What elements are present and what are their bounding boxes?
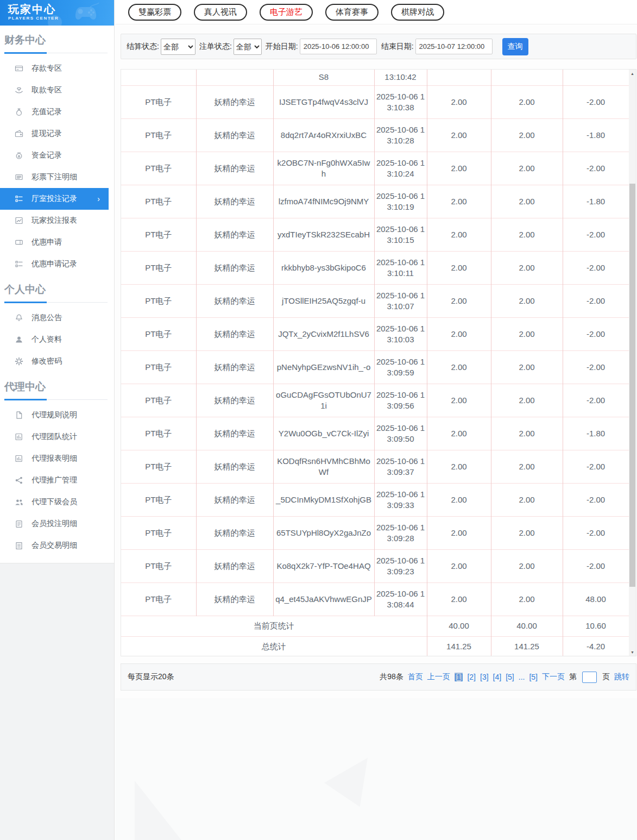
- order-status-select[interactable]: 全部: [234, 39, 262, 55]
- page-link-[5][interactable]: [5]: [529, 673, 538, 681]
- order-id-cell: pNeNyhpGEzwsNV1ih_-o: [273, 350, 374, 384]
- time-cell: 2025-10-06 13:10:15: [374, 218, 427, 251]
- winloss-cell: -2.00: [563, 483, 629, 516]
- sidebar-item-玩家投注报表[interactable]: 玩家投注报表: [0, 210, 114, 231]
- scroll-up-icon[interactable]: ▲: [629, 70, 636, 77]
- summary-bet-cell: 141.25: [427, 636, 491, 656]
- sidebar-item-充值记录[interactable]: 充值记录: [0, 101, 114, 123]
- summary-valid-cell: 40.00: [491, 616, 563, 636]
- valid-bet-cell: 2.00: [491, 152, 563, 185]
- bell-icon: [15, 314, 23, 322]
- page-link-[4][interactable]: [4]: [493, 673, 502, 681]
- sidebar-item-label: 代理下级会员: [31, 497, 77, 507]
- sidebar-item-消息公告[interactable]: 消息公告: [0, 307, 114, 329]
- page-link-[1][interactable]: [1]: [455, 673, 463, 681]
- first-page-link[interactable]: 首页: [408, 672, 423, 682]
- tab-雙赢彩票[interactable]: 雙赢彩票: [128, 4, 181, 21]
- next-page-link[interactable]: 下一页: [542, 672, 565, 682]
- table-row: PT电子妖精的幸运k2OBC7N-nFg0hWXa5Iwh2025-10-06 …: [121, 152, 629, 185]
- tab-真人视讯[interactable]: 真人视讯: [194, 4, 247, 21]
- sidebar-item-代理报表明细[interactable]: 代理报表明细: [0, 448, 114, 469]
- bet-cell: 2.00: [427, 516, 491, 549]
- tab-电子游艺[interactable]: 电子游艺: [260, 4, 313, 21]
- game-cell: 妖精的幸运: [196, 251, 273, 284]
- game-cell: 妖精的幸运: [196, 284, 273, 317]
- vertical-scrollbar[interactable]: ▲ ▼: [629, 70, 636, 656]
- order-id-cell: Y2Wu0OGb_vC7Ck-IlZyi: [273, 417, 374, 450]
- game-cell: 妖精的幸运: [196, 384, 273, 417]
- page-link-[2][interactable]: [2]: [467, 673, 476, 681]
- bet-cell: 2.00: [427, 483, 491, 516]
- scrollbar-thumb[interactable]: [629, 184, 635, 587]
- provider-cell: [121, 70, 196, 85]
- page-size-text: 每页显示20条: [128, 672, 174, 682]
- scroll-down-icon[interactable]: ▼: [629, 648, 636, 656]
- valid-bet-cell: 2.00: [491, 549, 563, 582]
- bet-cell: 2.00: [427, 118, 491, 152]
- settle-status-select[interactable]: 全部: [161, 39, 195, 55]
- jump-page-input[interactable]: [582, 672, 597, 683]
- board-chart-icon: [15, 432, 23, 441]
- page-link-[3][interactable]: [3]: [480, 673, 489, 681]
- gamepad-icon: [72, 2, 111, 26]
- start-date-input[interactable]: [300, 39, 377, 54]
- deposit-card-icon: [15, 64, 23, 73]
- settle-status-label: 结算状态:: [127, 42, 159, 52]
- logo-decor-circle: [48, 15, 62, 26]
- time-cell: 2025-10-06 13:09:28: [374, 516, 427, 549]
- valid-bet-cell: 2.00: [491, 185, 563, 218]
- sidebar-item-厅室投注记录[interactable]: 厅室投注记录›: [0, 188, 109, 210]
- prev-page-link[interactable]: 上一页: [427, 672, 450, 682]
- sidebar-item-label: 会员交易明细: [31, 541, 77, 550]
- sidebar-item-label: 玩家投注报表: [31, 216, 77, 225]
- sidebar-item-优惠申请记录[interactable]: 优惠申请记录: [0, 253, 114, 275]
- sidebar-item-彩票下注明细[interactable]: 彩票下注明细: [0, 166, 114, 188]
- ticket-icon: [15, 238, 23, 247]
- summary-winloss-cell: -4.20: [563, 636, 629, 656]
- query-button[interactable]: 查询: [502, 38, 528, 55]
- sidebar-item-label: 代理规则说明: [31, 410, 77, 420]
- tab-体育赛事[interactable]: 体育赛事: [325, 4, 379, 21]
- section-title: 财务中心: [4, 33, 108, 53]
- game-cell: 妖精的幸运: [196, 549, 273, 582]
- sidebar-item-会员交易明细[interactable]: 会员交易明细: [0, 535, 114, 556]
- sidebar-item-资金记录[interactable]: 资金记录: [0, 145, 114, 166]
- order-id-cell: rkkbhyb8-ys3bGkipoC6: [273, 251, 374, 284]
- provider-cell: PT电子: [121, 185, 196, 218]
- valid-bet-cell: 2.00: [491, 384, 563, 417]
- sidebar-item-修改密码[interactable]: 修改密码: [0, 350, 114, 372]
- game-cell: [196, 70, 273, 85]
- page-link-[5][interactable]: [5]: [506, 673, 514, 681]
- sidebar-item-会员投注明细[interactable]: 会员投注明细: [0, 513, 114, 535]
- sidebar-item-代理下级会员[interactable]: 代理下级会员: [0, 491, 114, 513]
- section-title: 个人中心: [4, 283, 108, 303]
- jump-button[interactable]: 跳转: [614, 672, 629, 682]
- page-link-...[interactable]: ...: [519, 673, 525, 681]
- provider-cell: PT电子: [121, 284, 196, 317]
- end-date-input[interactable]: [415, 39, 493, 54]
- winloss-cell: -1.80: [563, 185, 629, 218]
- newspaper-icon: [15, 173, 23, 181]
- provider-cell: PT电子: [121, 218, 196, 251]
- sidebar-item-取款专区[interactable]: 取款专区: [0, 79, 114, 101]
- share-icon: [15, 476, 23, 485]
- section-items: 消息公告个人资料修改密码: [0, 305, 114, 372]
- bet-cell: 2.00: [427, 85, 491, 118]
- sidebar-item-存款专区[interactable]: 存款专区: [0, 58, 114, 79]
- sidebar-item-代理推广管理[interactable]: 代理推广管理: [0, 469, 114, 491]
- summary-label-cell: 当前页统计: [121, 616, 427, 636]
- table-row: PT电子妖精的幸运jTOSllEIH25AQ5zgqf-u2025-10-06 …: [121, 284, 629, 317]
- bet-cell: 2.00: [427, 350, 491, 384]
- sidebar-item-个人资料[interactable]: 个人资料: [0, 329, 114, 350]
- sidebar-item-提现记录[interactable]: 提现记录: [0, 123, 114, 145]
- sidebar-item-代理规则说明[interactable]: 代理规则说明: [0, 404, 114, 426]
- sidebar-item-代理团队统计[interactable]: 代理团队统计: [0, 426, 114, 448]
- winloss-cell: -2.00: [563, 384, 629, 417]
- board-chart-icon: [15, 454, 23, 463]
- filter-panel: 结算状态: 全部 注单状态: 全部 开始日期: 结束日期: 查询: [121, 34, 636, 59]
- sidebar-item-优惠申请[interactable]: 优惠申请: [0, 231, 114, 253]
- sidebar-item-label: 修改密码: [31, 356, 62, 366]
- section-items: 存款专区取款专区充值记录提现记录资金记录彩票下注明细厅室投注记录›玩家投注报表优…: [0, 55, 114, 275]
- tab-棋牌对战[interactable]: 棋牌对战: [391, 4, 444, 21]
- sidebar-item-label: 会员投注明细: [31, 519, 77, 529]
